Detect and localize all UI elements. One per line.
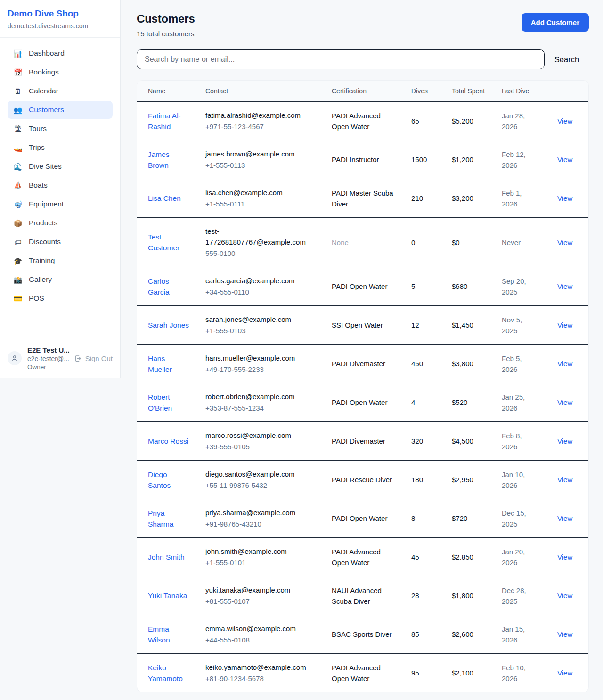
customer-certification: PADI Divemaster (332, 345, 411, 383)
sidebar-item-trips[interactable]: 🚤 Trips (8, 139, 113, 156)
customer-dives: 95 (411, 654, 452, 692)
customer-total-spent: $2,100 (452, 654, 502, 692)
view-customer-link[interactable]: View (557, 476, 572, 484)
customer-name-link[interactable]: Hans Mueller (148, 354, 172, 373)
nav-icon: 🏝 (13, 125, 23, 132)
customer-total-spent: $2,950 (452, 461, 502, 499)
sidebar-item-label: Tours (29, 124, 47, 133)
col-header-certification: Certification (332, 81, 411, 102)
view-customer-link[interactable]: View (557, 117, 572, 125)
user-name: E2E Test U... (27, 346, 68, 354)
customer-dives: 450 (411, 345, 452, 383)
view-customer-link[interactable]: View (557, 630, 572, 638)
sidebar-item-label: Customers (29, 106, 64, 114)
sidebar-item-gallery[interactable]: 📸 Gallery (8, 271, 113, 288)
view-customer-link[interactable]: View (557, 398, 572, 406)
add-customer-button[interactable]: Add Customer (522, 13, 589, 32)
customer-total-spent: $1,450 (452, 306, 502, 345)
view-customer-link[interactable]: View (557, 360, 572, 368)
sidebar-item-boats[interactable]: ⛵ Boats (8, 176, 113, 194)
sidebar-header: Demo Dive Shop demo.test.divestreams.com (0, 0, 120, 38)
customer-dives: 180 (411, 461, 452, 499)
customer-name-link[interactable]: Yuki Tanaka (148, 592, 187, 600)
sidebar-item-calendar[interactable]: 🗓 Calendar (8, 82, 113, 100)
customer-name-link[interactable]: Test Customer (148, 233, 179, 252)
sidebar-item-training[interactable]: 🎓 Training (8, 252, 113, 270)
sidebar-item-equipment[interactable]: 🤿 Equipment (8, 195, 113, 213)
nav-icon: ⛵ (13, 182, 23, 189)
col-header-contact: Contact (205, 81, 332, 102)
customer-dives: 45 (411, 538, 452, 576)
view-customer-link[interactable]: View (557, 321, 572, 329)
customer-name-link[interactable]: Keiko Yamamoto (148, 664, 183, 683)
customer-name-link[interactable]: Robert O'Brien (148, 393, 172, 412)
customer-name-link[interactable]: James Brown (148, 150, 170, 169)
sidebar-item-label: Equipment (29, 200, 64, 208)
customer-name-link[interactable]: Sarah Jones (148, 321, 189, 329)
sidebar-item-dive-sites[interactable]: 🌊 Dive Sites (8, 157, 113, 175)
sidebar-item-pos[interactable]: 💳 POS (8, 289, 113, 307)
view-customer-link[interactable]: View (557, 194, 572, 202)
customer-name-link[interactable]: Fatima Al-Rashid (148, 112, 181, 131)
table-row: Hans Mueller hans.mueller@example.com +4… (137, 345, 588, 383)
search-input[interactable] (137, 49, 545, 69)
view-customer-link[interactable]: View (557, 514, 572, 522)
nav-icon: 🗓 (13, 88, 23, 95)
sidebar-item-products[interactable]: 📦 Products (8, 214, 113, 232)
customer-email: hans.mueller@example.com (205, 353, 307, 363)
sidebar-item-label: Calendar (29, 87, 58, 95)
table-row: Fatima Al-Rashid fatima.alrashid@example… (137, 102, 588, 140)
nav-icon: 🎓 (13, 257, 23, 264)
sidebar-item-tours[interactable]: 🏝 Tours (8, 120, 113, 138)
view-customer-link[interactable]: View (557, 282, 572, 290)
customer-certification: PADI Open Water (332, 499, 411, 538)
sidebar-item-label: Products (29, 219, 57, 227)
customer-email: diego.santos@example.com (205, 469, 307, 479)
customer-name-link[interactable]: Emma Wilson (148, 625, 170, 644)
customer-total-spent: $720 (452, 499, 502, 538)
customer-phone: +1-555-0113 (205, 160, 307, 171)
view-customer-link[interactable]: View (557, 592, 572, 600)
sign-out-button[interactable]: Sign Out (74, 354, 113, 362)
customer-email: sarah.jones@example.com (205, 314, 307, 325)
table-row: Sarah Jones sarah.jones@example.com +1-5… (137, 306, 588, 345)
nav-icon: 📊 (13, 50, 23, 57)
customer-last-dive: Feb 8, 2026 (502, 422, 552, 461)
customer-last-dive: Feb 12, 2026 (502, 140, 552, 179)
customer-certification: SSI Open Water (332, 306, 411, 345)
col-header-action (552, 81, 588, 102)
customer-certification: NAUI Advanced Scuba Diver (332, 576, 411, 615)
sidebar-item-label: POS (29, 294, 44, 303)
sidebar-item-dashboard[interactable]: 📊 Dashboard (8, 44, 113, 62)
customer-phone: +353-87-555-1234 (205, 403, 307, 413)
search-button[interactable]: Search (545, 50, 589, 69)
view-customer-link[interactable]: View (557, 156, 572, 164)
customer-name-link[interactable]: Carlos Garcia (148, 277, 170, 296)
table-row: Diego Santos diego.santos@example.com +5… (137, 461, 588, 499)
sidebar-item-customers[interactable]: 👥 Customers (8, 101, 113, 119)
sidebar-item-label: Boats (29, 181, 48, 189)
customer-certification: PADI Advanced Open Water (332, 102, 411, 140)
nav-icon: 💳 (13, 295, 23, 302)
view-customer-link[interactable]: View (557, 239, 572, 247)
table-row: Carlos Garcia carlos.garcia@example.com … (137, 267, 588, 306)
view-customer-link[interactable]: View (557, 669, 572, 677)
table-row: Lisa Chen lisa.chen@example.com +1-555-0… (137, 179, 588, 218)
customer-phone: +81-90-1234-5678 (205, 673, 307, 684)
customer-name-link[interactable]: Marco Rossi (148, 437, 188, 445)
customer-phone: +91-98765-43210 (205, 519, 307, 529)
customer-name-link[interactable]: Lisa Chen (148, 194, 181, 202)
sidebar-item-bookings[interactable]: 📅 Bookings (8, 63, 113, 81)
table-header-row: Name Contact Certification Dives Total S… (137, 81, 588, 102)
view-customer-link[interactable]: View (557, 553, 572, 561)
customer-email: yuki.tanaka@example.com (205, 585, 307, 595)
customer-certification: PADI Open Water (332, 383, 411, 422)
customer-certification: PADI Advanced Open Water (332, 538, 411, 576)
view-customer-link[interactable]: View (557, 437, 572, 445)
sidebar-item-discounts[interactable]: 🏷 Discounts (8, 233, 113, 251)
customer-total-spent: $5,200 (452, 102, 502, 140)
customer-name-link[interactable]: Priya Sharma (148, 509, 173, 528)
customer-total-spent: $3,800 (452, 345, 502, 383)
customer-name-link[interactable]: John Smith (148, 553, 185, 561)
customer-name-link[interactable]: Diego Santos (148, 470, 171, 489)
